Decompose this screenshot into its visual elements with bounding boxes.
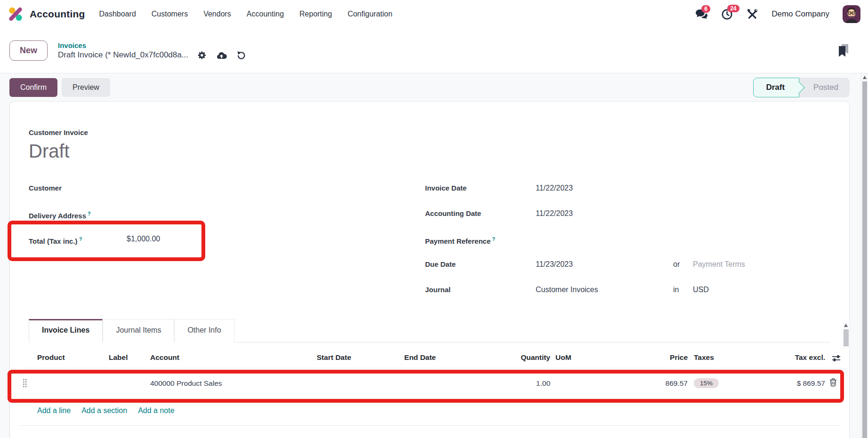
col-product[interactable]: Product — [37, 347, 109, 368]
table-header-row: Product Label Account Start Date End Dat… — [19, 347, 841, 368]
undo-discard-icon[interactable] — [236, 50, 246, 60]
debug-tools-button[interactable] — [746, 8, 758, 20]
add-a-section-link[interactable]: Add a section — [81, 406, 127, 415]
inner-scrollbar-up-arrow-icon[interactable] — [844, 324, 848, 327]
cell-start-date[interactable] — [302, 368, 351, 398]
record-title: Draft — [29, 140, 830, 162]
main-menu: Dashboard Customers Vendors Accounting R… — [99, 10, 393, 18]
preview-button[interactable]: Preview — [62, 78, 110, 97]
scrollbar-up-arrow-icon[interactable] — [863, 76, 867, 79]
cell-end-date[interactable] — [351, 368, 436, 398]
menu-accounting[interactable]: Accounting — [247, 10, 284, 18]
menu-dashboard[interactable]: Dashboard — [99, 10, 136, 18]
help-icon[interactable]: ? — [492, 236, 495, 242]
accounting-date-input[interactable]: 11/22/2023 — [536, 208, 673, 219]
top-navbar: Accounting Dashboard Customers Vendors A… — [0, 0, 868, 28]
col-price[interactable]: Price — [604, 347, 688, 368]
field-total-tax-inc: Total (Tax inc.)? $1,000.00 — [29, 234, 425, 259]
menu-customers[interactable]: Customers — [152, 10, 188, 18]
form-sheet: Customer Invoice Draft Customer Delivery… — [9, 101, 850, 438]
help-icon[interactable]: ? — [79, 236, 82, 242]
line-footer-links: Add a line Add a section Add a note — [19, 398, 840, 426]
accounting-date-label: Accounting Date — [425, 208, 536, 219]
cell-product[interactable] — [37, 368, 109, 398]
journal-in-text: in — [673, 285, 693, 295]
app-brand[interactable]: Accounting — [8, 6, 85, 22]
invoice-date-label: Invoice Date — [425, 183, 536, 193]
col-taxes[interactable]: Taxes — [688, 347, 772, 368]
menu-reporting[interactable]: Reporting — [299, 10, 332, 18]
sliders-optional-columns-icon[interactable] — [832, 354, 841, 362]
tab-invoice-lines[interactable]: Invoice Lines — [29, 319, 103, 342]
add-a-note-link[interactable]: Add a note — [138, 406, 174, 415]
invoice-lines-table: Product Label Account Start Date End Dat… — [19, 347, 841, 398]
notebook-tabs: Invoice Lines Journal Items Other Info — [29, 319, 830, 342]
col-end-date[interactable]: End Date — [351, 347, 436, 368]
help-icon[interactable]: ? — [88, 211, 91, 216]
menu-vendors[interactable]: Vendors — [203, 10, 231, 18]
tab-journal-items[interactable]: Journal Items — [103, 319, 174, 342]
currency-input[interactable]: USD — [693, 285, 830, 295]
breadcrumb-current-record: Draft Invoice (* NewId_0x7fc00d8a... — [58, 50, 188, 60]
tab-other-info[interactable]: Other Info — [174, 319, 234, 342]
accounting-app-logo-icon — [8, 6, 24, 22]
delivery-address-label: Delivery Address — [29, 212, 86, 220]
due-date-label: Due Date — [425, 259, 536, 270]
col-account[interactable]: Account — [150, 347, 302, 368]
total-tax-inc-value[interactable]: $1,000.00 — [127, 234, 160, 244]
messages-button[interactable]: 6 — [695, 9, 708, 20]
drag-handle-icon[interactable] — [22, 378, 37, 388]
cell-uom[interactable] — [550, 368, 604, 398]
cell-label[interactable] — [109, 368, 150, 398]
col-label[interactable]: Label — [109, 347, 150, 368]
cloud-upload-save-icon[interactable] — [216, 51, 227, 60]
col-tax-excl[interactable]: Tax excl. — [772, 347, 825, 368]
app-title: Accounting — [30, 8, 85, 20]
activities-button[interactable]: 24 — [721, 8, 733, 20]
col-quantity[interactable]: Quantity — [436, 347, 550, 368]
form-statusbar: Confirm Preview Draft Posted — [0, 73, 868, 101]
cell-quantity[interactable]: 1.00 — [436, 368, 550, 398]
inner-scrollbar-thumb[interactable] — [844, 329, 849, 346]
field-customer: Customer — [29, 183, 425, 208]
tax-tag[interactable]: 15% — [694, 378, 719, 388]
invoice-line-row[interactable]: 400000 Product Sales 1.00 869.57 15% $ 8… — [19, 368, 841, 398]
cell-account[interactable]: 400000 Product Sales — [150, 368, 302, 398]
field-invoice-date: Invoice Date 11/22/2023 — [425, 183, 830, 208]
breadcrumb: Invoices Draft Invoice (* NewId_0x7fc00d… — [58, 41, 246, 60]
field-delivery-address: Delivery Address? — [29, 208, 425, 234]
company-switcher[interactable]: Demo Company — [772, 9, 829, 19]
cell-price[interactable]: 869.57 — [604, 368, 688, 398]
new-button[interactable]: New — [9, 40, 48, 61]
due-date-input[interactable]: 11/23/2023 — [536, 259, 673, 270]
activities-badge: 24 — [727, 5, 739, 12]
field-accounting-date: Accounting Date 11/22/2023 — [425, 208, 830, 234]
journal-input[interactable]: Customer Invoices — [536, 285, 673, 295]
gear-icon[interactable] — [198, 51, 207, 60]
total-tax-inc-label: Total (Tax inc.) — [29, 237, 78, 245]
col-uom[interactable]: UoM — [550, 347, 604, 368]
state-ribbon: Draft Posted — [753, 78, 850, 97]
field-payment-reference: Payment Reference? — [425, 234, 830, 259]
payment-reference-label: Payment Reference — [425, 237, 490, 245]
breadcrumb-invoices-link[interactable]: Invoices — [58, 41, 246, 49]
page-scrollbar[interactable] — [861, 73, 868, 438]
cell-tax-excl[interactable]: $ 869.57 — [772, 368, 825, 398]
document-type-label: Customer Invoice — [29, 128, 830, 136]
field-due-date: Due Date 11/23/2023 or Payment Terms — [425, 259, 830, 285]
col-start-date[interactable]: Start Date — [302, 347, 351, 368]
confirm-button[interactable]: Confirm — [9, 78, 57, 97]
payment-terms-input[interactable]: Payment Terms — [693, 259, 745, 270]
user-avatar[interactable] — [843, 5, 860, 23]
due-date-or-text: or — [673, 259, 693, 270]
menu-configuration[interactable]: Configuration — [347, 10, 392, 18]
state-draft[interactable]: Draft — [753, 78, 799, 97]
add-a-line-link[interactable]: Add a line — [37, 406, 71, 415]
scrollbar-thumb[interactable] — [862, 81, 867, 438]
inner-scrollbar[interactable] — [843, 322, 850, 349]
invoice-date-input[interactable]: 11/22/2023 — [536, 183, 673, 193]
bookmark-icon[interactable] — [837, 43, 850, 58]
trash-icon[interactable] — [829, 378, 837, 387]
state-posted[interactable]: Posted — [799, 78, 850, 97]
journal-label: Journal — [425, 285, 536, 295]
